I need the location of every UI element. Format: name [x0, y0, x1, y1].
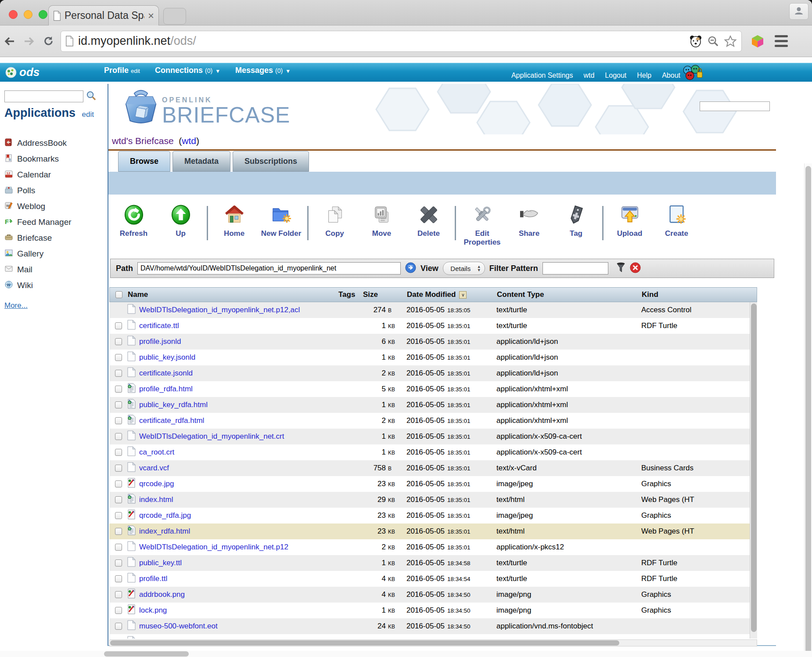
sidebar-item-calendar[interactable]: 12Calendar — [4, 167, 103, 183]
row-checkbox[interactable] — [115, 370, 122, 377]
row-checkbox[interactable] — [115, 607, 122, 614]
window-zoom-button[interactable] — [39, 10, 47, 19]
sidebar-item-wiki[interactable]: WWiki — [4, 278, 103, 293]
funnel-icon[interactable] — [616, 262, 625, 275]
file-link[interactable]: profile.jsonld — [139, 337, 181, 346]
table-vertical-scrollbar[interactable] — [750, 302, 757, 639]
url-bar[interactable]: id.myopenlink.net/ods/ — [61, 31, 742, 52]
bookmark-star-icon[interactable] — [724, 35, 737, 48]
sidebar-item-polls[interactable]: Polls — [4, 183, 103, 199]
nav-link-logout[interactable]: Logout — [605, 72, 626, 79]
row-checkbox[interactable] — [115, 322, 122, 329]
share-button[interactable]: Share — [506, 205, 553, 238]
row-checkbox[interactable] — [115, 496, 122, 503]
ods-logo[interactable]: ods — [4, 65, 40, 79]
file-link[interactable]: certificate.jsonld — [139, 369, 193, 378]
file-link[interactable]: certificate_rdfa.html — [139, 416, 204, 425]
row-checkbox[interactable] — [115, 433, 122, 440]
forward-button[interactable] — [19, 35, 39, 47]
clear-filter-icon[interactable] — [630, 262, 641, 275]
row-checkbox[interactable] — [115, 591, 122, 598]
home-button[interactable]: Home — [211, 205, 258, 238]
smileys-lock-icon[interactable] — [682, 65, 703, 83]
new-tab-button[interactable] — [163, 8, 186, 25]
row-checkbox[interactable] — [115, 386, 122, 393]
column-header-name[interactable]: Name — [126, 290, 337, 299]
tab-subscriptions[interactable]: Subscriptions — [233, 151, 309, 172]
select-all-checkbox[interactable] — [110, 291, 126, 298]
row-checkbox[interactable] — [115, 354, 122, 361]
column-header-date-modified[interactable]: Date Modified ∨ — [405, 290, 495, 299]
column-header-kind[interactable]: Kind — [640, 290, 757, 299]
move-button[interactable]: Move — [358, 205, 405, 238]
applications-edit-link[interactable]: edit — [82, 110, 93, 119]
sidebar-item-gallery[interactable]: Gallery — [4, 246, 103, 262]
nav-link-wtd[interactable]: wtd — [583, 72, 594, 79]
more-link[interactable]: More... — [4, 301, 28, 310]
sidebar-item-mail[interactable]: Mail — [4, 262, 103, 278]
row-checkbox[interactable] — [115, 449, 122, 456]
file-link[interactable]: vcard.vcf — [139, 464, 169, 473]
row-checkbox[interactable] — [115, 528, 122, 535]
file-link[interactable]: addrbook.png — [139, 590, 185, 599]
menu-hamburger-icon[interactable] — [772, 35, 791, 47]
tab-metadata[interactable]: Metadata — [172, 151, 230, 172]
nav-link-application-settings[interactable]: Application Settings — [511, 72, 573, 79]
row-checkbox[interactable] — [115, 401, 122, 408]
sidebar-item-addressbook[interactable]: AddressBook — [4, 135, 103, 151]
file-link[interactable]: profile_rdfa.html — [139, 385, 193, 393]
window-close-button[interactable] — [9, 10, 18, 19]
sidebar-item-bookmarks[interactable]: BBookmarks — [4, 151, 103, 167]
upload-button[interactable]: Upload — [606, 205, 653, 238]
owner-link[interactable]: wtd — [182, 136, 196, 146]
path-input[interactable] — [137, 262, 401, 274]
nav-link-help[interactable]: Help — [637, 72, 651, 79]
row-checkbox[interactable] — [115, 417, 122, 424]
refresh-button[interactable]: Refresh — [110, 205, 157, 238]
nav-link-about[interactable]: About — [662, 72, 680, 79]
cube-extension-icon[interactable] — [748, 34, 767, 49]
zoom-out-icon[interactable] — [707, 35, 719, 47]
column-header-size[interactable]: Size — [361, 290, 405, 299]
sidebar-item-weblog[interactable]: WWeblog — [4, 199, 103, 214]
sidebar-item-briefcase[interactable]: Briefcase — [4, 230, 103, 246]
up-button[interactable]: Up — [157, 205, 204, 238]
column-header-tags[interactable]: Tags — [337, 290, 361, 299]
tab-close-icon[interactable]: × — [148, 10, 154, 22]
go-icon[interactable] — [405, 262, 416, 275]
file-link[interactable]: public_key.ttl — [139, 559, 182, 567]
file-link[interactable]: profile.ttl — [139, 574, 167, 583]
file-link[interactable]: ca_root.crt — [139, 448, 174, 457]
row-checkbox[interactable] — [115, 480, 122, 487]
row-checkbox[interactable] — [115, 338, 122, 345]
file-link[interactable]: WebIDTlsDelegation_id_myopenlink_net.p12 — [139, 543, 288, 552]
delete-button[interactable]: Delete — [405, 205, 452, 238]
row-checkbox[interactable] — [115, 575, 122, 582]
row-checkbox[interactable] — [115, 465, 122, 472]
sort-order-icon[interactable]: ∨ — [459, 291, 467, 299]
edit-properties-button[interactable]: Edit Properties — [459, 205, 506, 246]
filter-input[interactable] — [543, 262, 608, 274]
browser-tab[interactable]: Personal Data Space Explor × — [48, 5, 159, 25]
file-link[interactable]: museo-500-webfont.eot — [139, 622, 218, 631]
search-input[interactable] — [4, 90, 83, 102]
file-link[interactable]: lock.png — [139, 606, 167, 615]
row-checkbox[interactable] — [115, 512, 122, 519]
new-folder-button[interactable]: New Folder — [258, 205, 305, 238]
row-checkbox[interactable] — [115, 560, 122, 567]
file-link[interactable]: index.html — [139, 495, 173, 504]
briefcase-title-link[interactable]: wtd's Briefcase — [112, 136, 174, 146]
tab-browse[interactable]: Browse — [118, 151, 170, 172]
nav-item-connections[interactable]: Connections(0)▼ — [155, 66, 220, 75]
profile-avatar-button[interactable] — [789, 3, 808, 20]
back-button[interactable] — [0, 35, 19, 47]
nav-item-messages[interactable]: Messages(0)▼ — [235, 66, 291, 75]
create-button[interactable]: Create — [653, 205, 700, 238]
table-horizontal-scrollbar[interactable] — [109, 639, 757, 646]
file-link[interactable]: qrcode_rdfa.jpg — [139, 511, 191, 520]
url-text[interactable]: id.myopenlink.net/ods/ — [78, 34, 196, 48]
page-vertical-scrollbar[interactable] — [804, 163, 812, 657]
file-link[interactable]: qrcode.jpg — [139, 480, 174, 488]
file-link[interactable]: WebIDTlsDelegation_id_myopenlink_net.crt — [139, 432, 284, 441]
file-link[interactable]: public_key.jsonld — [139, 353, 195, 362]
